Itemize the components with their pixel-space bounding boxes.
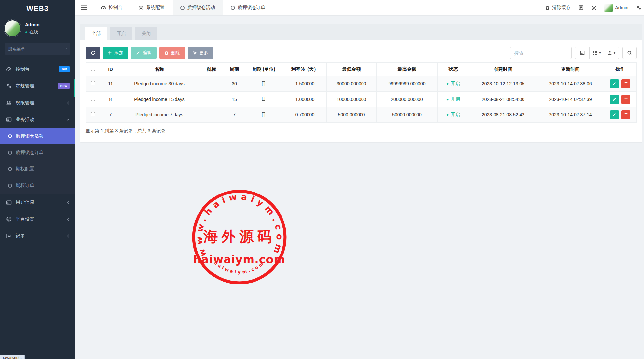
user-avatar[interactable] [5,20,20,36]
cell-period: 7 [225,107,244,123]
status-badge: ●开启 [446,81,460,87]
pledge-activity-table: ID 名称 图标 周期 周期 (单位) 利率%（天） 最低金额 最高金额 状态 … [86,62,637,123]
topbar-user[interactable]: Admin [604,4,628,12]
sidebar-item-user-info[interactable]: 用户信息 [0,194,75,211]
detail-view-icon[interactable] [575,47,590,59]
row-delete-button[interactable] [621,110,630,119]
sidebar-item-option-config[interactable]: 期权配置 [0,161,75,177]
plus-icon [108,51,112,55]
select-all-checkbox[interactable] [91,67,95,71]
panel-body: 添加 编辑 删除 更多 [80,40,642,142]
cell-icon [198,107,225,123]
row-edit-button[interactable] [610,95,619,104]
sidebar-scrollbar[interactable] [74,79,75,97]
filter-tab-open[interactable]: 开启 [110,27,132,40]
cell-created: 2023-08-21 08:52:42 [469,107,537,123]
delete-button[interactable]: 删除 [159,47,185,59]
col-status: 状态 [438,63,469,76]
browser-status-tooltip: javascript:; [0,355,25,359]
dashboard-icon [5,66,12,72]
cell-icon [198,76,225,92]
caret-down-icon: ▾ [614,51,616,55]
sidebar-item-records[interactable]: 记录 [0,227,75,244]
sidebar-item-pledge-activity[interactable]: 质押锁仓活动 [0,128,75,144]
cell-id: 11 [100,76,121,92]
col-rate: 利率%（天） [283,63,327,76]
sidebar-item-label: 平台设置 [16,216,67,222]
sidebar-item-platform-settings[interactable]: 平台设置 [0,211,75,227]
col-max: 最高金额 [377,63,438,76]
status-dot-icon: ● [446,97,449,101]
tab-label: 系统配置 [146,5,165,11]
filter-tab-all[interactable]: 全部 [85,27,107,40]
tab-label: 控制台 [109,5,122,11]
tab-dashboard[interactable]: 控制台 [93,0,130,15]
sidebar: WEB3 Admin ● 在线 控制台 hot [0,0,75,359]
status-dot-icon: ● [446,82,449,86]
fullscreen-icon[interactable] [592,5,597,10]
menu-toggle-icon[interactable] [75,0,93,15]
sidebar-item-business[interactable]: 业务活动 [0,111,75,128]
filter-tab-closed[interactable]: 关闭 [135,27,157,40]
col-period: 周期 [225,63,244,76]
tab-pledge-activity[interactable]: 质押锁仓活动 [173,0,223,15]
row-delete-button[interactable] [621,79,630,88]
watermark-stamp: www.haiwaiym.com 海外源码 haiwaiym.com haiwa… [190,187,289,287]
table-header-row: ID 名称 图标 周期 周期 (单位) 利率%（天） 最低金额 最高金额 状态 … [86,63,637,76]
watermark-main-text: haiwaiym.com [193,253,285,266]
user-panel: Admin ● 在线 [0,17,75,41]
table-search-input[interactable] [510,47,572,59]
cell-updated: 2023-10-14 02:37:14 [537,107,604,123]
tab-system-config[interactable]: 系统配置 [130,0,173,15]
edit-button[interactable]: 编辑 [131,47,157,59]
menu-search-input[interactable] [8,46,66,51]
pledge-activity-panel: 全部 开启 关闭 添加 [80,24,642,142]
sidebar-item-permissions[interactable]: 权限管理 [0,94,75,111]
settings-icon[interactable] [636,5,641,10]
idcard-icon [5,200,12,205]
refresh-button[interactable] [86,47,100,59]
dashboard-icon [101,5,106,10]
more-button[interactable]: 更多 [188,47,213,59]
sidebar-item-pledge-orders[interactable]: 质押锁仓订单 [0,144,75,161]
pencil-icon [612,97,616,101]
tab-pledge-orders[interactable]: 质押锁仓订单 [223,0,273,15]
topbar-user-label: Admin [615,5,628,10]
chevron-left-icon [67,101,70,105]
log-icon[interactable] [578,5,584,10]
search-button[interactable] [622,47,637,59]
trash-icon [624,82,628,86]
topbar-right: 清除缓存 Admin [545,0,644,15]
pencil-icon [136,51,140,55]
row-checkbox[interactable] [91,112,95,116]
badge-new: new [58,83,70,89]
row-delete-button[interactable] [621,95,630,104]
columns-toggle-icon[interactable]: ▾ [590,47,604,59]
row-edit-button[interactable] [610,79,619,88]
row-checkbox[interactable] [91,81,95,85]
export-icon[interactable]: ▾ [604,47,619,59]
status-badge: ●开启 [446,96,460,102]
cell-name: Pledged income 15 days [121,92,198,107]
circle-icon [8,134,12,138]
chevron-left-icon [67,200,70,204]
circle-icon [8,167,12,171]
add-button[interactable]: 添加 [103,47,128,59]
cell-max: 50000.000000 [377,107,438,123]
user-status-label: 在线 [29,29,38,35]
row-edit-button[interactable] [610,110,619,119]
sidebar-item-general[interactable]: 常规管理 new [0,77,75,94]
watermark-center-text: 海外源码 [203,228,275,244]
filter-tabs: 全部 开启 关闭 [80,24,642,40]
users-icon [5,100,12,105]
sidebar-item-dashboard[interactable]: 控制台 hot [0,61,75,77]
avatar [604,4,613,12]
row-checkbox[interactable] [91,97,95,101]
gear-icon [193,51,197,55]
sidebar-item-option-orders[interactable]: 期权订单 [0,177,75,194]
gear-icon [138,5,144,10]
svg-text:www.haiwaiym.com: www.haiwaiym.com [194,192,285,258]
cell-period: 15 [225,92,244,107]
clear-cache-button[interactable]: 清除缓存 [545,5,571,11]
user-meta: Admin ● 在线 [25,22,40,35]
